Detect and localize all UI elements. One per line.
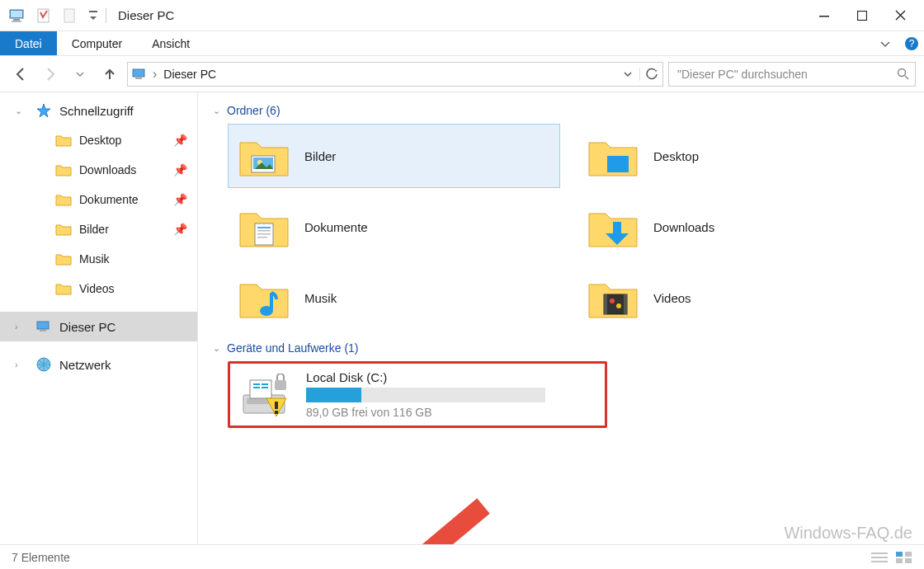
svg-rect-6	[89, 11, 97, 12]
svg-rect-1	[11, 11, 22, 17]
folder-item-bilder[interactable]: Bilder	[228, 124, 560, 188]
address-bar[interactable]: › Dieser PC	[127, 62, 663, 87]
sidebar-item-music[interactable]: Musik	[0, 244, 197, 274]
svg-rect-36	[250, 380, 271, 398]
folder-item-videos[interactable]: Videos	[577, 266, 909, 330]
drive-usage-bar	[306, 388, 545, 402]
svg-rect-38	[253, 387, 260, 388]
search-placeholder: "Dieser PC" durchsuchen	[677, 68, 808, 81]
chevron-down-icon[interactable]: ⌄	[213, 106, 220, 116]
pin-icon: 📌	[173, 193, 187, 206]
folder-icon	[54, 250, 73, 268]
svg-rect-46	[871, 557, 888, 558]
svg-rect-2	[13, 19, 20, 21]
svg-rect-28	[604, 294, 627, 314]
minimize-button[interactable]	[805, 0, 843, 31]
tab-datei[interactable]: Datei	[0, 31, 57, 55]
pin-icon: 📌	[173, 223, 187, 236]
status-count: 7 Elemente	[12, 551, 70, 564]
svg-rect-16	[40, 330, 46, 332]
pin-icon: 📌	[173, 134, 187, 147]
content-pane: ⌄ Ordner (6) Bilder Desktop Dokumente Do…	[198, 92, 924, 544]
tab-ansicht[interactable]: Ansicht	[137, 31, 205, 55]
folder-icon	[54, 280, 73, 298]
svg-point-32	[616, 303, 621, 308]
svg-rect-11	[133, 69, 144, 77]
search-icon[interactable]	[897, 68, 910, 81]
folder-item-dokumente[interactable]: Dokumente	[228, 195, 560, 259]
svg-rect-49	[905, 552, 912, 557]
sidebar-label: Dieser PC	[59, 320, 116, 334]
sidebar-item-pictures[interactable]: Bilder📌	[0, 214, 197, 244]
breadcrumb-this-pc[interactable]: Dieser PC	[158, 68, 221, 81]
svg-rect-12	[135, 78, 142, 79]
group-header-folders[interactable]: ⌄ Ordner (6)	[213, 104, 909, 117]
title-bar: Dieser PC	[0, 0, 924, 31]
folder-item-downloads[interactable]: Downloads	[577, 195, 909, 259]
sidebar-item-desktop[interactable]: Desktop📌	[0, 125, 197, 155]
svg-rect-8	[858, 11, 867, 20]
svg-rect-43	[275, 411, 278, 414]
help-button[interactable]: ?	[899, 31, 924, 55]
svg-rect-24	[257, 230, 271, 232]
computer-icon	[8, 7, 26, 25]
svg-rect-50	[896, 558, 903, 563]
sidebar-item-downloads[interactable]: Downloads📌	[0, 155, 197, 185]
search-input[interactable]: "Dieser PC" durchsuchen	[668, 62, 916, 87]
drive-name: Local Disk (C:)	[306, 370, 545, 384]
documents-folder-icon	[237, 202, 291, 252]
ribbon-collapse-icon[interactable]	[871, 31, 899, 55]
chevron-right-icon[interactable]: ›	[151, 67, 158, 82]
forward-button[interactable]	[38, 62, 63, 87]
svg-rect-7	[819, 16, 829, 17]
page-icon[interactable]	[61, 7, 79, 25]
chevron-down-icon[interactable]: ⌄	[213, 343, 220, 354]
folder-icon	[54, 131, 73, 149]
close-button[interactable]	[881, 0, 919, 31]
expand-icon[interactable]: ›	[15, 322, 18, 332]
drive-item-localdisk-c[interactable]: Local Disk (C:) 89,0 GB frei von 116 GB	[228, 361, 607, 428]
address-dropdown-icon[interactable]	[616, 69, 639, 79]
pictures-folder-icon	[237, 131, 291, 181]
tiles-view-button[interactable]	[896, 551, 912, 564]
recent-dropdown[interactable]	[68, 62, 92, 87]
drive-free-text: 89,0 GB frei von 116 GB	[306, 406, 545, 419]
group-header-drives[interactable]: ⌄ Geräte und Laufwerke (1)	[213, 341, 909, 355]
up-button[interactable]	[97, 62, 122, 87]
tab-computer[interactable]: Computer	[57, 31, 137, 55]
maximize-button[interactable]	[843, 0, 881, 31]
computer-icon	[128, 66, 151, 82]
expand-icon[interactable]: ⌄	[15, 106, 22, 116]
sidebar-item-videos[interactable]: Videos	[0, 274, 197, 303]
expand-icon[interactable]: ›	[15, 360, 18, 369]
navigation-bar: › Dieser PC "Dieser PC" durchsuchen	[0, 56, 924, 92]
folder-icon	[54, 190, 73, 209]
sidebar-label: Netzwerk	[59, 358, 111, 372]
separator	[106, 8, 106, 23]
sidebar-quickaccess[interactable]: ⌄ Schnellzugriff	[0, 96, 197, 125]
sidebar-network[interactable]: › Netzwerk	[0, 350, 197, 379]
folder-item-musik[interactable]: Musik	[228, 266, 560, 330]
folder-item-desktop[interactable]: Desktop	[577, 124, 909, 188]
back-button[interactable]	[8, 62, 33, 87]
sidebar-this-pc[interactable]: › Dieser PC	[0, 312, 197, 341]
drive-icon	[238, 374, 296, 416]
svg-rect-23	[257, 227, 271, 228]
svg-rect-21	[607, 156, 629, 172]
svg-rect-39	[262, 383, 268, 385]
downloads-folder-icon	[586, 202, 640, 252]
svg-rect-44	[389, 498, 490, 544]
star-icon	[35, 101, 53, 120]
svg-rect-45	[871, 553, 888, 554]
sidebar-item-documents[interactable]: Dokumente📌	[0, 185, 197, 214]
svg-rect-25	[257, 233, 271, 235]
refresh-button[interactable]	[639, 68, 662, 81]
svg-rect-26	[257, 237, 267, 238]
navigation-pane: ⌄ Schnellzugriff Desktop📌 Downloads📌 Dok…	[0, 92, 198, 544]
qat-dropdown-icon[interactable]	[87, 7, 99, 25]
details-view-button[interactable]	[871, 551, 888, 564]
ribbon-tabs: Datei Computer Ansicht ?	[0, 31, 924, 56]
window-title: Dieser PC	[118, 8, 174, 22]
properties-icon[interactable]	[35, 7, 53, 25]
desktop-folder-icon	[586, 131, 640, 181]
